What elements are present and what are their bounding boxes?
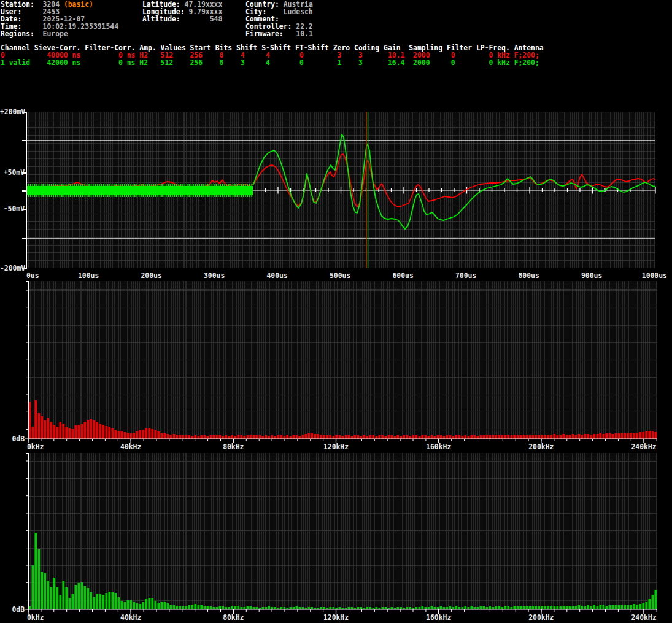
spectrum-channel-0-x-label: 240kHz bbox=[631, 443, 656, 451]
x-axis-label: 700us bbox=[455, 272, 476, 279]
x-axis-label: 400us bbox=[266, 272, 287, 279]
spectrum-channel-0-svg bbox=[28, 281, 657, 445]
spectrum-channel-1-x-label: 0kHz bbox=[27, 614, 44, 621]
y-axis-label: +200mV bbox=[0, 108, 25, 115]
waveform-y-axis bbox=[26, 112, 27, 269]
x-axis-label: 500us bbox=[330, 272, 350, 279]
spectrum-channel-0-x-label: 120kHz bbox=[323, 443, 349, 451]
x-axis-label: 0us bbox=[26, 272, 39, 279]
y-axis-label: -50mV bbox=[0, 205, 25, 212]
x-axis-label: 100us bbox=[78, 272, 99, 279]
x-axis-label: 1000us bbox=[642, 272, 667, 279]
spectrum-channel-0-x-label: 200kHz bbox=[528, 443, 554, 451]
spectrum-channel-1-x-label: 240kHz bbox=[631, 614, 656, 621]
spectrum-channel-0-x-label: 160kHz bbox=[426, 443, 451, 451]
info-label: Altitude: bbox=[142, 15, 180, 23]
spectrum-channel-1-x-label: 40kHz bbox=[120, 614, 141, 621]
info-label: Regions: bbox=[1, 29, 34, 38]
spectrum-channel-1-x-label: 160kHz bbox=[426, 614, 451, 621]
x-axis-label: 900us bbox=[581, 272, 602, 279]
y-axis-tick bbox=[22, 190, 26, 192]
info-row: Altitude: 548 bbox=[142, 15, 222, 23]
spectrum-channel-1-x-label: 80kHz bbox=[223, 614, 244, 621]
info-label: Firmware: bbox=[245, 29, 284, 38]
waveform-svg bbox=[26, 112, 655, 268]
spectrum-channel-0-db-label: 0dB bbox=[0, 435, 25, 443]
y-axis-label: -200mV bbox=[0, 265, 25, 272]
channel-row-ch1: 1 valid 42000 ns 0 ns H2 512 256 8 3 4 0… bbox=[1, 58, 539, 67]
y-axis-label: +50mV bbox=[0, 169, 25, 176]
spectrum-channel-1-bars bbox=[29, 533, 657, 609]
info-value: 548 bbox=[180, 15, 223, 23]
spectrum-channel-1-y-ticks bbox=[25, 454, 28, 610]
trace-channel-1 bbox=[253, 134, 655, 229]
y-axis-tick bbox=[22, 238, 26, 239]
x-axis-label: 600us bbox=[392, 272, 413, 279]
x-axis-label: 200us bbox=[141, 272, 161, 279]
spectrum-channel-0-x-label: 80kHz bbox=[223, 443, 244, 451]
noise-band-core bbox=[26, 186, 253, 195]
spectrum-channel-0-x-label: 40kHz bbox=[120, 443, 141, 451]
spectrum-channel-0-y-ticks bbox=[25, 282, 28, 439]
info-value: Europe bbox=[34, 29, 68, 38]
spectrum-channel-1-x-label: 200kHz bbox=[528, 614, 554, 621]
trace-channel-0 bbox=[26, 154, 655, 207]
spectrum-channel-0-bars bbox=[29, 400, 657, 439]
info-value: 10.1 bbox=[284, 29, 313, 38]
spectrum-channel-1-plot-area[interactable] bbox=[28, 453, 657, 609]
waveform-plot-area[interactable] bbox=[26, 112, 655, 268]
y-axis-tick bbox=[22, 140, 26, 141]
x-axis-label: 800us bbox=[518, 272, 539, 279]
spectrum-channel-1-svg bbox=[28, 453, 657, 616]
info-row: Firmware: 10.1 bbox=[245, 30, 313, 37]
info-row: Regions: Europe bbox=[1, 30, 68, 37]
info-suffix: (basic) bbox=[64, 0, 93, 9]
x-axis-label: 300us bbox=[204, 272, 225, 279]
spectrum-channel-1-db-label: 0dB bbox=[0, 606, 25, 613]
channel-table-row: 1 valid 42000 ns 0 ns H2 512 256 8 3 4 0… bbox=[1, 59, 539, 66]
spectrum-channel-0-x-label: 0kHz bbox=[27, 443, 44, 451]
spectrum-channel-0-plot-area[interactable] bbox=[28, 281, 657, 439]
spectrum-channel-1-x-label: 120kHz bbox=[323, 614, 349, 621]
